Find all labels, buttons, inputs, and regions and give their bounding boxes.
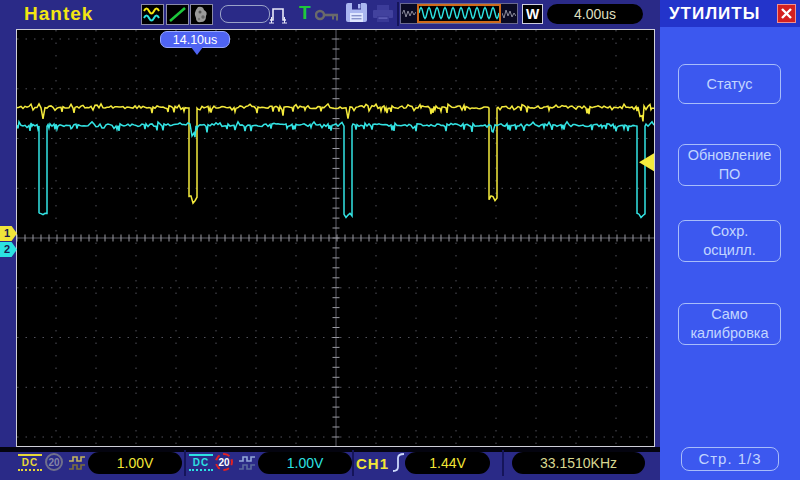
waveform-preview[interactable]	[400, 3, 518, 24]
key-glyph	[315, 9, 343, 22]
printer-icon[interactable]	[371, 4, 396, 27]
statusbar-divider	[184, 450, 186, 476]
floppy-glyph	[346, 3, 368, 23]
scope-svg	[17, 30, 654, 446]
menu-button-self-calibration[interactable]: Само калибровка	[678, 303, 781, 345]
trigger-t-icon[interactable]: T	[299, 2, 311, 24]
utilities-menu: УТИЛИТЫ Статус Обновление ПО Сохр. осцил…	[660, 0, 800, 480]
frequency-counter-readout: 33.1510KHz	[512, 452, 645, 474]
ch1-probe-icon	[68, 456, 89, 475]
pulse-measure-icon[interactable]	[268, 4, 294, 28]
ch2-coupling-icon: DC	[189, 454, 213, 471]
floppy-save-icon[interactable]	[346, 3, 368, 27]
menu-button-firmware-update[interactable]: Обновление ПО	[678, 144, 781, 186]
close-icon	[781, 8, 792, 19]
trigger-level-readout: 1.44V	[405, 452, 490, 474]
menu-button-save-waveform[interactable]: Сохр. осцилл.	[678, 220, 781, 262]
trigger-level-arrow	[639, 153, 654, 171]
noise-view-glyph	[191, 5, 212, 24]
printer-glyph	[371, 4, 396, 23]
preview-selection[interactable]	[417, 4, 501, 23]
pulse-measure-glyph	[268, 4, 294, 24]
close-button[interactable]	[777, 4, 796, 23]
empty-slot	[220, 5, 270, 23]
channels-wave-glyph	[142, 5, 163, 24]
trigger-slope-icon	[391, 450, 406, 478]
slope-line-icon[interactable]	[166, 4, 189, 25]
hantek-logo: Hantek	[24, 3, 93, 25]
statusbar-divider3	[502, 450, 504, 476]
trigger-source-label: CH1	[356, 455, 389, 472]
ch2-probe-icon	[238, 456, 259, 475]
ch2-bandwidth-icon: 20	[215, 453, 233, 471]
toolbar-divider	[397, 2, 399, 26]
menu-button-status[interactable]: Статус	[678, 64, 781, 104]
preview-wave-path	[419, 8, 499, 19]
channels-wave-icon[interactable]	[141, 4, 164, 25]
timebase-readout: 4.00us	[547, 4, 643, 24]
time-cursor-label: 14.10us	[160, 31, 230, 48]
scope-display: 14.10us	[16, 29, 655, 447]
ch1-bandwidth-icon: 20	[45, 453, 63, 471]
ch2-position-marker[interactable]: 2	[0, 242, 17, 257]
slope-line-glyph	[167, 5, 188, 24]
statusbar-divider2	[352, 450, 354, 476]
ch2-scale-readout: 1.00V	[258, 452, 352, 474]
ch1-coupling-icon: DC	[18, 454, 42, 471]
menu-page-button[interactable]: Стр. 1/3	[681, 447, 779, 471]
ch1-scale-readout: 1.00V	[88, 452, 182, 474]
key-icon[interactable]	[315, 8, 343, 26]
preview-right-wave	[502, 4, 516, 23]
time-cursor-pointer	[191, 47, 203, 55]
noise-view-icon[interactable]	[190, 4, 213, 25]
window-w-icon[interactable]: W	[522, 4, 543, 24]
preview-left-wave	[402, 4, 416, 23]
ch1-position-marker[interactable]: 1	[0, 226, 17, 241]
